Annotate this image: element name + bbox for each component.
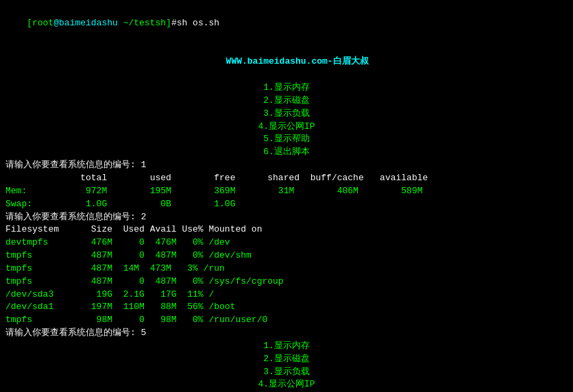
df-header: Filesystem Size Used Avail Use% Mounted …	[5, 223, 568, 236]
menu-item-5: 5.显示帮助	[5, 133, 568, 146]
df-sda1: /dev/sda1 197M 110M 88M 56% /boot	[5, 301, 568, 314]
path: ~/testsh]	[118, 18, 171, 28]
mem-line: Mem: 972M 195M 369M 31M 406M 589M	[5, 185, 568, 198]
menu-item-6: 6.退出脚本	[5, 146, 568, 159]
prompt-2: 请输入你要查看系统信息的编号: 2	[5, 211, 568, 224]
df-tmpfs-cgroup: tmpfs 487M 0 487M 0% /sys/fs/cgroup	[5, 275, 568, 289]
command: #sh os.sh	[171, 18, 219, 28]
prompt-1: 请输入你要查看系统信息的编号: 1	[5, 159, 568, 172]
menu2-item-3: 3.显示负载	[5, 366, 568, 379]
menu2-item-4: 4.显示公网IP	[5, 378, 568, 391]
free-header: total used free shared buff/cache availa…	[5, 172, 568, 185]
menu-item-2: 2.显示磁盘	[5, 95, 568, 108]
df-tmpfs-run: tmpfs 487M 14M 473M 3% /run	[5, 262, 568, 275]
command-line: [root@baimeidashu ~/testsh]#sh os.sh	[5, 4, 568, 43]
swap-line: Swap: 1.0G 0B 1.0G	[5, 198, 568, 211]
menu-item-3: 3.显示负载	[5, 108, 568, 121]
watermark-line: WWW.baimeidashu.com-白眉大叔	[5, 43, 568, 82]
df-tmpfs-user: tmpfs 98M 0 98M 0% /run/user/0	[5, 314, 568, 327]
menu-item-1: 1.显示内存	[5, 82, 568, 95]
df-sda3: /dev/sda3 19G 2.1G 17G 11% /	[5, 289, 568, 302]
terminal-window: [root@baimeidashu ~/testsh]#sh os.sh WWW…	[0, 0, 573, 392]
df-tmpfs-shm: tmpfs 487M 0 487M 0% /dev/shm	[5, 249, 568, 262]
df-devtmpfs: devtmpfs 476M 0 476M 0% /dev	[5, 236, 568, 249]
menu-item-4: 4.显示公网IP	[5, 121, 568, 134]
at-sign: @baimeidashu	[53, 18, 118, 28]
user-host: [root	[27, 18, 53, 28]
prompt-3: 请输入你要查看系统信息的编号: 5	[5, 327, 568, 340]
menu2-item-1: 1.显示内存	[5, 340, 568, 353]
menu2-item-2: 2.显示磁盘	[5, 353, 568, 366]
